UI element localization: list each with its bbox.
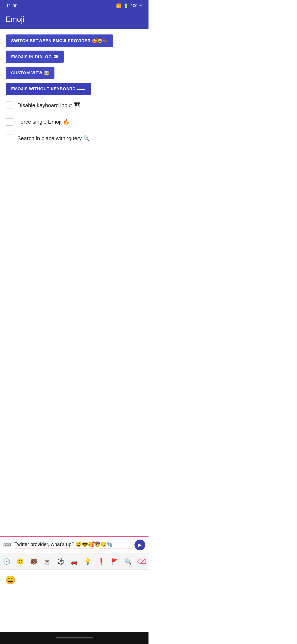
custom-view-button[interactable]: CUSTOM VIEW 🖼️ [6,67,54,79]
status-icons: 📶 🔋 100 % [116,3,142,8]
signal-icon: 📶 [116,3,121,8]
status-bar: 11:00 📶 🔋 100 % [0,0,148,11]
status-time: 11:00 [6,3,17,8]
buttons-section: SWITCH BETWEEN EMOJI PROVIDER 🥰😂🐗 EMOJIS… [6,34,143,99]
switch-provider-button[interactable]: SWITCH BETWEEN EMOJI PROVIDER 🥰😂🐗 [6,34,113,47]
search-in-place-checkbox[interactable] [6,134,13,142]
disable-keyboard-label: Disable keyboard input 🎹 [17,102,80,108]
emojis-no-keyboard-button[interactable]: EMOJIS WITHOUT KEYBOARD ▬▬ [6,83,91,95]
checkboxes-section: Disable keyboard input 🎹 Force single Em… [6,101,143,143]
search-in-place-row: Search in place with :query 🔍 [6,134,143,143]
force-single-emoji-label: Force single Emoji 🔥 [17,119,69,125]
app-title: Emoji [6,15,143,24]
main-content: SWITCH BETWEEN EMOJI PROVIDER 🥰😂🐗 EMOJIS… [0,29,148,156]
search-in-place-label: Search in place with :query 🔍 [17,135,90,142]
force-single-emoji-row: Force single Emoji 🔥 [6,117,143,126]
app-bar: Emoji [0,11,148,29]
disable-keyboard-row: Disable keyboard input 🎹 [6,101,143,110]
emojis-dialog-button[interactable]: EMOJIS IN DIALOG 💬 [6,50,64,63]
disable-keyboard-checkbox[interactable] [6,102,13,109]
battery-icon: 🔋 [123,3,128,8]
battery-percent: 100 % [131,3,142,8]
force-single-emoji-checkbox[interactable] [6,118,13,126]
